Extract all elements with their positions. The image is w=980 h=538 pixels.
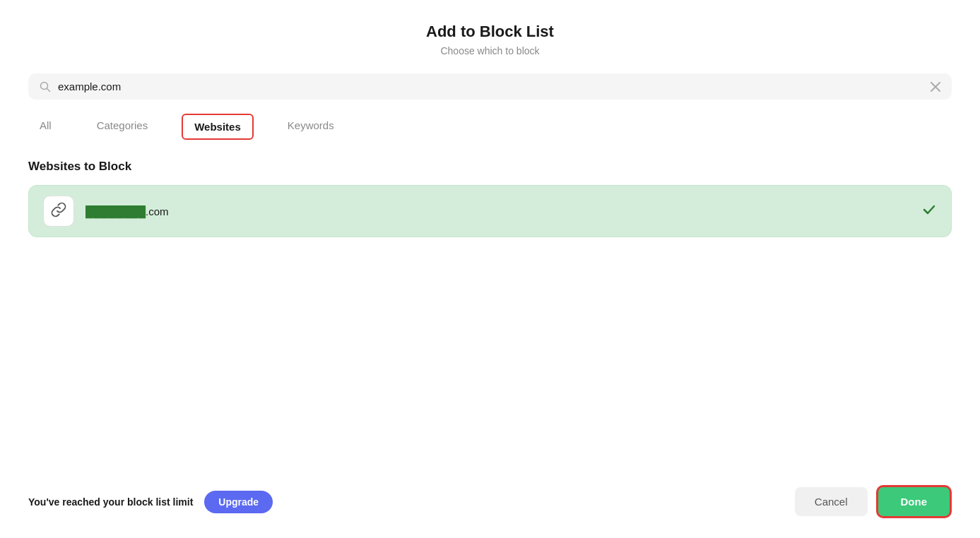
redacted-text: ████████ xyxy=(85,205,146,217)
section-title: Websites to Block xyxy=(28,160,952,174)
modal-title: Add to Block List xyxy=(28,23,952,41)
footer-actions: Cancel Done xyxy=(795,485,952,518)
cancel-button[interactable]: Cancel xyxy=(795,487,868,516)
tab-websites[interactable]: Websites xyxy=(182,114,254,140)
search-icon xyxy=(40,81,51,92)
link-icon xyxy=(51,202,66,221)
block-limit-message: You've reached your block list limit Upg… xyxy=(28,491,273,513)
modal-container: Add to Block List Choose which to block … xyxy=(0,0,980,538)
svg-line-1 xyxy=(47,88,50,91)
modal-header: Add to Block List Choose which to block xyxy=(28,23,952,56)
tab-categories[interactable]: Categories xyxy=(85,114,160,140)
limit-text: You've reached your block list limit xyxy=(28,496,193,508)
tabs: All Categories Websites Keywords xyxy=(28,114,952,140)
tab-keywords[interactable]: Keywords xyxy=(276,114,346,140)
selected-check-icon xyxy=(921,202,937,221)
list-item[interactable]: ████████.com xyxy=(28,185,952,237)
website-icon-wrap xyxy=(43,196,74,227)
tab-all[interactable]: All xyxy=(28,114,63,140)
search-bar xyxy=(28,73,952,100)
websites-list: ████████.com xyxy=(28,185,952,237)
done-button[interactable]: Done xyxy=(876,485,952,518)
search-input[interactable] xyxy=(58,80,923,92)
clear-icon[interactable] xyxy=(931,82,940,92)
modal-subtitle: Choose which to block xyxy=(28,45,952,56)
website-domain: ████████.com xyxy=(85,205,910,217)
footer: You've reached your block list limit Upg… xyxy=(0,471,980,538)
upgrade-button[interactable]: Upgrade xyxy=(204,491,273,513)
